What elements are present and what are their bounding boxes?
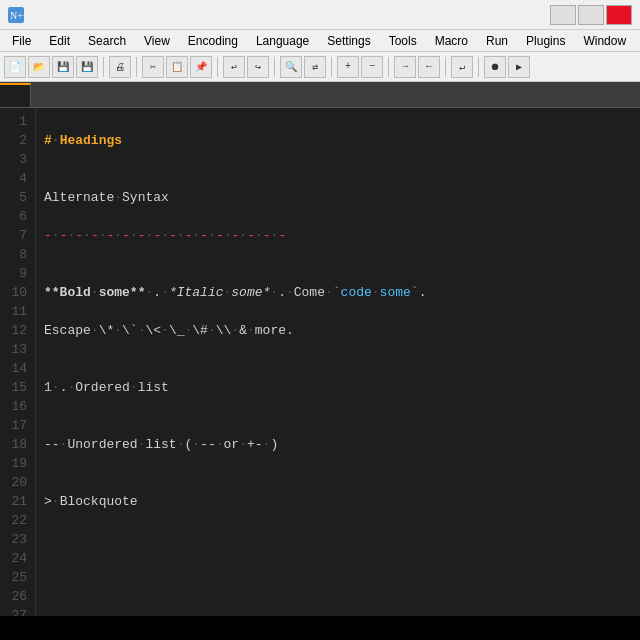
line-num: 7 — [4, 226, 27, 245]
cut-button[interactable]: ✂ — [142, 56, 164, 78]
zoom-out-button[interactable]: − — [361, 56, 383, 78]
open-button[interactable]: 📂 — [28, 56, 50, 78]
toolbar-sep-1 — [103, 57, 104, 77]
line-num: 27 — [4, 606, 27, 616]
line-num: 25 — [4, 568, 27, 587]
macro-play-button[interactable]: ▶ — [508, 56, 530, 78]
line-num: 18 — [4, 435, 27, 454]
menu-file[interactable]: File — [4, 32, 39, 50]
line-num: 21 — [4, 492, 27, 511]
toolbar-sep-3 — [217, 57, 218, 77]
line-num: 9 — [4, 264, 27, 283]
undo-button[interactable]: ↩ — [223, 56, 245, 78]
redo-button[interactable]: ↪ — [247, 56, 269, 78]
toolbar-sep-7 — [445, 57, 446, 77]
indent-button[interactable]: → — [394, 56, 416, 78]
line-num: 1 — [4, 112, 27, 131]
line-num: 6 — [4, 207, 27, 226]
line-num: 11 — [4, 302, 27, 321]
zoom-in-button[interactable]: + — [337, 56, 359, 78]
paste-button[interactable]: 📌 — [190, 56, 212, 78]
line-num: 16 — [4, 397, 27, 416]
toolbar: 📄 📂 💾 💾 🖨 ✂ 📋 📌 ↩ ↪ 🔍 ⇄ + − → ← ↵ ⏺ ▶ — [0, 52, 640, 82]
title-bar: N++ — [0, 0, 640, 30]
window-controls — [550, 5, 632, 25]
line-num: 19 — [4, 454, 27, 473]
toolbar-sep-6 — [388, 57, 389, 77]
editor-tab[interactable] — [0, 83, 31, 107]
line-num: 24 — [4, 549, 27, 568]
minimize-button[interactable] — [550, 5, 576, 25]
line-num: 10 — [4, 283, 27, 302]
code-line-9: 1·.·Ordered·list — [44, 378, 632, 397]
close-button[interactable] — [606, 5, 632, 25]
toolbar-sep-8 — [478, 57, 479, 77]
save-all-button[interactable]: 💾 — [76, 56, 98, 78]
line-num: 17 — [4, 416, 27, 435]
menu-view[interactable]: View — [136, 32, 178, 50]
app-icon: N++ — [8, 7, 24, 23]
line-num: 12 — [4, 321, 27, 340]
line-num: 23 — [4, 530, 27, 549]
line-num: 13 — [4, 340, 27, 359]
toolbar-sep-5 — [331, 57, 332, 77]
toolbar-sep-4 — [274, 57, 275, 77]
line-num: 4 — [4, 169, 27, 188]
menu-window[interactable]: Window — [575, 32, 634, 50]
line-num: 15 — [4, 378, 27, 397]
macro-rec-button[interactable]: ⏺ — [484, 56, 506, 78]
menu-language[interactable]: Language — [248, 32, 317, 50]
code-line-4: -·-·-·-·-·-·-·-·-·-·-·-·-·-·-·- — [44, 226, 632, 245]
line-numbers: 1 2 3 4 5 6 7 8 9 10 11 12 13 14 15 16 1… — [0, 108, 36, 616]
replace-button[interactable]: ⇄ — [304, 56, 326, 78]
save-button[interactable]: 💾 — [52, 56, 74, 78]
line-num: 2 — [4, 131, 27, 150]
print-button[interactable]: 🖨 — [109, 56, 131, 78]
menu-tools[interactable]: Tools — [381, 32, 425, 50]
code-line-7: Escape·\*·\`·\<·\_·\#·\\·&·more. — [44, 321, 632, 340]
code-line-1: #·Headings — [44, 131, 632, 150]
find-button[interactable]: 🔍 — [280, 56, 302, 78]
line-num: 14 — [4, 359, 27, 378]
maximize-button[interactable] — [578, 5, 604, 25]
tab-bar — [0, 82, 640, 108]
menu-edit[interactable]: Edit — [41, 32, 78, 50]
new-button[interactable]: 📄 — [4, 56, 26, 78]
code-line-6: **Bold·some**·.·*Italic·some*·.·Come·`co… — [44, 283, 632, 302]
menu-macro[interactable]: Macro — [427, 32, 476, 50]
menu-run[interactable]: Run — [478, 32, 516, 50]
line-num: 8 — [4, 245, 27, 264]
outdent-button[interactable]: ← — [418, 56, 440, 78]
wrap-button[interactable]: ↵ — [451, 56, 473, 78]
line-num: 3 — [4, 150, 27, 169]
editor-container: 1 2 3 4 5 6 7 8 9 10 11 12 13 14 15 16 1… — [0, 108, 640, 616]
line-num: 20 — [4, 473, 27, 492]
code-line-3: Alternate·Syntax — [44, 188, 632, 207]
menu-plugins[interactable]: Plugins — [518, 32, 573, 50]
menu-encoding[interactable]: Encoding — [180, 32, 246, 50]
svg-text:N++: N++ — [10, 10, 24, 21]
code-editor[interactable]: #·Headings Alternate·Syntax -·-·-·-·-·-·… — [36, 108, 640, 616]
menu-bar: File Edit Search View Encoding Language … — [0, 30, 640, 52]
menu-settings[interactable]: Settings — [319, 32, 378, 50]
line-num: 5 — [4, 188, 27, 207]
line-num: 22 — [4, 511, 27, 530]
menu-search[interactable]: Search — [80, 32, 134, 50]
toolbar-sep-2 — [136, 57, 137, 77]
code-line-11: --·Unordered·list·(·--·or·+-·) — [44, 435, 632, 454]
line-num: 26 — [4, 587, 27, 606]
menu-help[interactable]: ? — [636, 32, 640, 50]
code-line-13: >·Blockquote — [44, 492, 632, 511]
copy-button[interactable]: 📋 — [166, 56, 188, 78]
